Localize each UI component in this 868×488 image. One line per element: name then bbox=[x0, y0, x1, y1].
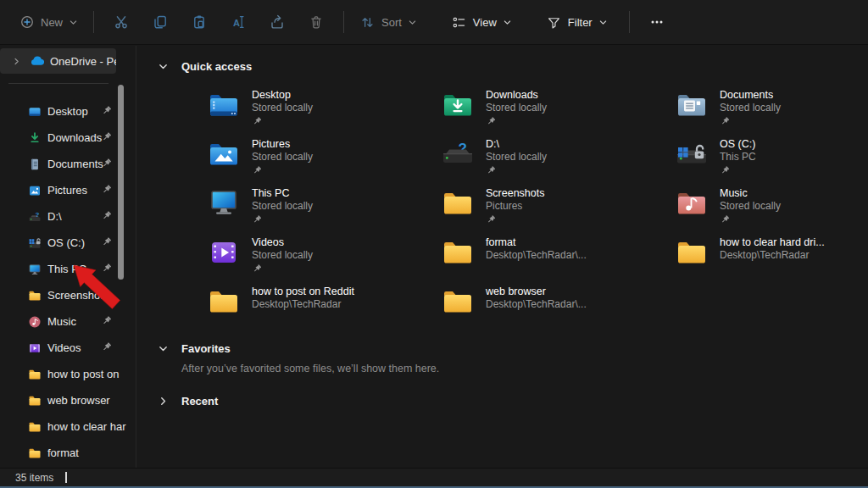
tile-subtitle: Stored locally bbox=[486, 151, 547, 164]
quick-access-tile[interactable]: Screenshots Pictures bbox=[441, 185, 675, 234]
filter-button[interactable]: Filter bbox=[538, 7, 615, 37]
videos-icon bbox=[28, 341, 42, 355]
sidebar-item[interactable]: Documents bbox=[0, 151, 136, 177]
view-list-icon bbox=[451, 14, 467, 30]
quick-access-tile[interactable]: Documents Stored locally bbox=[675, 86, 868, 136]
tile-title: web browser bbox=[486, 286, 587, 298]
drive-os-icon bbox=[28, 236, 42, 250]
quick-access-tile[interactable]: format Desktop\TechRadar\... bbox=[441, 234, 675, 283]
quick-access-tile[interactable]: web browser Desktop\TechRadar\... bbox=[441, 283, 675, 332]
sidebar-item-label: how to post on bbox=[47, 368, 120, 380]
tile-title: how to post on Reddit bbox=[252, 286, 354, 298]
sidebar-item-label: D:\ bbox=[47, 210, 62, 223]
new-button[interactable]: New bbox=[12, 7, 86, 37]
tile-title: Videos bbox=[252, 236, 313, 249]
view-button-label: View bbox=[473, 16, 497, 29]
drive-question-icon bbox=[28, 210, 42, 224]
folder-icon bbox=[28, 368, 42, 381]
quick-access-tile[interactable]: OS (C:) This PC bbox=[675, 136, 868, 185]
tile-subtitle: Stored locally bbox=[252, 102, 313, 114]
folder-icon bbox=[28, 394, 42, 408]
quick-access-tile[interactable]: Music Stored locally bbox=[675, 185, 868, 234]
pin-icon bbox=[253, 215, 262, 225]
sidebar-item-label: how to clear har bbox=[47, 420, 126, 433]
chevron-down-icon bbox=[503, 18, 512, 27]
sidebar-item-label: Music bbox=[47, 315, 76, 328]
folder-icon bbox=[28, 289, 42, 302]
sidebar-item[interactable]: D:\ bbox=[0, 203, 136, 230]
pin-icon bbox=[102, 316, 112, 326]
pin-icon bbox=[102, 342, 112, 352]
sidebar-item[interactable]: Screenshots bbox=[0, 282, 136, 308]
sidebar-item[interactable]: format bbox=[0, 440, 136, 466]
quick-access-tile[interactable]: Downloads Stored locally bbox=[441, 86, 675, 136]
quick-access-tile[interactable]: Videos Stored locally bbox=[207, 234, 441, 283]
desktop-icon bbox=[207, 88, 241, 122]
sidebar-item[interactable]: Pictures bbox=[0, 177, 136, 203]
view-button[interactable]: View bbox=[443, 7, 520, 37]
quick-access-tile[interactable]: Pictures Stored locally bbox=[207, 136, 441, 185]
paste-button[interactable] bbox=[180, 7, 219, 37]
quick-access-tile[interactable]: This PC Stored locally bbox=[207, 185, 441, 234]
music-icon bbox=[28, 315, 42, 329]
plus-circle-icon bbox=[19, 14, 35, 30]
sort-arrows-icon bbox=[359, 14, 376, 30]
tile-title: format bbox=[486, 236, 587, 249]
quick-access-section-header[interactable]: Quick access bbox=[158, 60, 252, 73]
chevron-down-icon bbox=[69, 18, 78, 27]
tile-subtitle: Pictures bbox=[486, 200, 544, 213]
section-title: Quick access bbox=[181, 60, 252, 73]
pictures-icon bbox=[28, 184, 42, 197]
quick-access-tile[interactable]: D:\ Stored locally bbox=[441, 136, 675, 185]
copy-icon bbox=[152, 14, 169, 30]
favorites-section-header[interactable]: Favorites bbox=[158, 342, 231, 355]
sidebar-divider bbox=[8, 83, 108, 84]
delete-button[interactable] bbox=[297, 7, 336, 37]
this-pc-icon bbox=[207, 186, 241, 220]
tile-title: Desktop bbox=[252, 89, 313, 102]
rename-icon bbox=[230, 14, 247, 30]
chevron-down-icon bbox=[408, 18, 417, 27]
sidebar-item[interactable]: Music bbox=[0, 308, 136, 335]
chevron-down-icon bbox=[158, 343, 169, 354]
pin-icon bbox=[102, 158, 112, 169]
sidebar-scrollbar[interactable] bbox=[118, 85, 124, 280]
sidebar-item[interactable]: how to clear har bbox=[0, 413, 136, 440]
this-pc-icon bbox=[28, 263, 42, 276]
sidebar-item[interactable]: This PC bbox=[0, 256, 136, 282]
tile-title: Screenshots bbox=[486, 187, 544, 200]
filter-button-label: Filter bbox=[568, 16, 593, 29]
tile-subtitle: Stored locally bbox=[252, 249, 313, 262]
tile-subtitle: Desktop\TechRadar\... bbox=[486, 249, 587, 262]
sidebar-item-label: format bbox=[47, 446, 79, 459]
rename-button[interactable] bbox=[219, 7, 258, 37]
sidebar-item[interactable]: web browser bbox=[0, 387, 136, 413]
filter-funnel-icon bbox=[546, 14, 562, 30]
tile-subtitle: Stored locally bbox=[252, 200, 313, 213]
sidebar-item-onedrive[interactable]: OneDrive - Perso bbox=[0, 48, 116, 74]
copy-button[interactable] bbox=[141, 7, 180, 37]
status-bar: 35 items bbox=[0, 468, 868, 486]
onedrive-label: OneDrive - Perso bbox=[50, 55, 116, 68]
sidebar-item[interactable]: how to post on bbox=[0, 361, 136, 387]
quick-access-tile[interactable]: Desktop Stored locally bbox=[207, 86, 441, 136]
toolbar-separator bbox=[93, 11, 94, 33]
pin-icon bbox=[102, 237, 112, 247]
sidebar-nav-list: Desktop Downloads Documents Pictures bbox=[0, 98, 136, 466]
sidebar-item[interactable]: Videos bbox=[0, 335, 136, 361]
sort-button[interactable]: Sort bbox=[352, 7, 425, 37]
sidebar-item-label: This PC bbox=[47, 263, 86, 275]
pin-icon bbox=[253, 117, 262, 126]
tile-subtitle: Desktop\TechRadar\... bbox=[486, 298, 587, 311]
more-options-button[interactable] bbox=[637, 7, 676, 37]
sidebar-item[interactable]: OS (C:) bbox=[0, 230, 136, 256]
sidebar-item[interactable]: Downloads bbox=[0, 125, 136, 151]
recent-section-header[interactable]: Recent bbox=[158, 395, 218, 408]
cut-button[interactable] bbox=[102, 7, 141, 37]
documents-icon bbox=[28, 158, 42, 171]
tile-title: D:\ bbox=[486, 138, 547, 151]
sidebar-item[interactable]: Desktop bbox=[0, 98, 136, 125]
share-button[interactable] bbox=[258, 7, 297, 37]
quick-access-tile[interactable]: how to post on Reddit Desktop\TechRadar bbox=[207, 283, 441, 332]
quick-access-tile[interactable]: how to clear hard dri... Desktop\TechRad… bbox=[675, 234, 868, 283]
